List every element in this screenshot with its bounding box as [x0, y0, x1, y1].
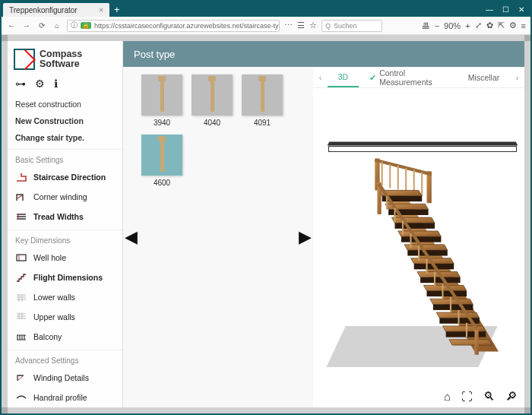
- zoomfit-icon[interactable]: ⤢: [475, 21, 482, 30]
- info-circle-icon[interactable]: ℹ: [54, 78, 58, 90]
- tread-icon: [15, 211, 27, 222]
- logo-text: Compass Software: [40, 49, 82, 69]
- reload-icon[interactable]: ⟳: [36, 21, 47, 30]
- maximize-icon[interactable]: ☐: [502, 5, 509, 14]
- star-icon[interactable]: ☆: [309, 21, 317, 30]
- forward-icon[interactable]: →: [21, 21, 32, 30]
- svg-marker-19: [443, 326, 486, 331]
- menu-icon[interactable]: ≡: [521, 21, 526, 30]
- zoom-level: 90%: [444, 21, 461, 30]
- svg-rect-23: [395, 223, 435, 228]
- tab-control-measurements[interactable]: ✔Control Measurements: [359, 67, 458, 87]
- balcony-icon: [15, 331, 27, 342]
- tab-3d[interactable]: 3D: [328, 67, 359, 87]
- close-window-icon[interactable]: ✕: [518, 5, 524, 14]
- post-thumb-3940[interactable]: 3940: [141, 74, 182, 127]
- sidebar-staircase-direction[interactable]: Staircase Direction: [8, 167, 122, 187]
- viewer-tabs: ‹ 3D ✔Control Measurements Miscellar ›: [313, 67, 524, 88]
- library-icon[interactable]: ✿: [486, 21, 493, 30]
- svg-rect-2: [427, 171, 432, 203]
- svg-rect-28: [427, 291, 467, 296]
- viewer-home-icon[interactable]: ⌂: [444, 390, 451, 403]
- viewer-zoom-out-icon[interactable]: 🔍︎: [483, 390, 495, 403]
- svg-marker-12: [398, 231, 442, 236]
- sidebar-corner-winding[interactable]: Corner winding: [8, 187, 122, 207]
- sidebar-flight-dimensions[interactable]: Flight Dimensions: [8, 268, 122, 287]
- flight-icon: [15, 272, 27, 283]
- handrail-icon: [15, 392, 27, 403]
- close-tab-icon[interactable]: ×: [99, 6, 103, 14]
- post-thumb-4600[interactable]: 4600: [141, 135, 182, 187]
- viewer: ‹ 3D ✔Control Measurements Miscellar ›: [313, 67, 524, 407]
- lock-icon: 🔒: [81, 22, 91, 29]
- sidebar-new-construction[interactable]: New Construction: [8, 112, 122, 129]
- logo-mark-icon: [14, 49, 35, 70]
- section-key: Key Dimensions: [8, 230, 122, 248]
- url-text: https://csstaircaseconfigurator.azureweb…: [94, 22, 280, 30]
- browser-toolbar: ← → ⟳ ⌂ ⓘ 🔒 https://csstaircaseconfigura…: [2, 17, 530, 35]
- fullscreen-icon[interactable]: ⇱: [498, 21, 505, 30]
- sidebar-upper-walls[interactable]: Upper walls: [8, 307, 122, 327]
- browser-search[interactable]: Q Suchen: [321, 20, 382, 32]
- section-basic: Basic Settings: [8, 149, 122, 167]
- viewer-fit-icon[interactable]: ⛶: [461, 390, 473, 403]
- sidebar: Compass Software ⊶ ⚙ ℹ Reset constructio…: [8, 41, 123, 407]
- settings-icon[interactable]: ⚙: [509, 21, 517, 30]
- browser-tab[interactable]: Treppenkonfigurator ×: [3, 3, 109, 17]
- new-tab-button[interactable]: +: [114, 4, 120, 15]
- key-icon[interactable]: ⊶: [15, 78, 26, 90]
- windingdetails-icon: [15, 372, 27, 383]
- direction-icon: [15, 172, 27, 182]
- svg-rect-29: [433, 305, 473, 310]
- picker-next-icon[interactable]: ▶: [299, 227, 312, 247]
- search-placeholder: Suchen: [334, 22, 357, 30]
- zoom-out-icon[interactable]: −: [435, 21, 439, 30]
- browser-titlebar: Treppenkonfigurator × + — ☐ ✕: [2, 2, 530, 17]
- back-icon[interactable]: ←: [6, 21, 17, 30]
- svg-rect-27: [420, 277, 461, 283]
- sidebar-lower-walls[interactable]: Lower walls: [8, 287, 122, 307]
- tabs-prev-icon[interactable]: ‹: [313, 73, 328, 82]
- post-thumb-4091[interactable]: 4091: [242, 74, 283, 127]
- picker-prev-icon[interactable]: ◀: [125, 227, 138, 247]
- sidebar-reset[interactable]: Reset construction: [8, 96, 122, 112]
- post-picker: ◀ ▶ 3940 4040 4091: [123, 67, 313, 407]
- svg-rect-24: [401, 236, 442, 242]
- tabs-next-icon[interactable]: ›: [510, 73, 524, 82]
- main: Post type ◀ ▶ 3940 4040: [123, 41, 524, 407]
- info-icon[interactable]: ⓘ: [71, 21, 78, 30]
- svg-marker-17: [430, 299, 473, 304]
- logo: Compass Software: [8, 41, 122, 74]
- check-icon: ✔: [369, 73, 376, 82]
- viewer-zoom-in-icon[interactable]: 🔎︎: [505, 390, 517, 403]
- page-title: Post type: [134, 49, 175, 60]
- lowerwalls-icon: [15, 292, 27, 303]
- svg-rect-0: [17, 255, 26, 261]
- sidebar-handrail-profile[interactable]: Handrail profile: [8, 388, 122, 407]
- viewer-toolbar: ⌂ ⛶ 🔍︎ 🔎︎: [444, 390, 517, 403]
- more-icon[interactable]: ⋯: [284, 21, 293, 30]
- sidebar-winding-details[interactable]: Winding Details: [8, 368, 122, 388]
- sidebar-change-type[interactable]: Change stair type.: [8, 129, 122, 146]
- svg-marker-11: [391, 217, 435, 223]
- sidebar-well-hole[interactable]: Well hole: [8, 248, 122, 268]
- gear-icon[interactable]: ⚙: [35, 78, 45, 90]
- zoom-in-icon[interactable]: +: [465, 21, 470, 30]
- section-advanced: Advanced Settings: [8, 350, 122, 368]
- address-bar[interactable]: ⓘ 🔒 https://csstaircaseconfigurator.azur…: [67, 20, 280, 32]
- home-icon[interactable]: ⌂: [52, 21, 62, 30]
- minimize-icon[interactable]: —: [486, 5, 493, 14]
- svg-marker-16: [423, 285, 467, 290]
- svg-marker-18: [436, 312, 480, 318]
- upperwalls-icon: [15, 312, 27, 322]
- wellhole-icon: [15, 252, 27, 263]
- reader-icon[interactable]: ☰: [297, 21, 305, 30]
- print-icon[interactable]: 🖶: [422, 21, 430, 30]
- sidebar-balcony[interactable]: Balcony: [8, 327, 122, 347]
- post-thumb-4040[interactable]: 4040: [192, 74, 233, 127]
- winding-icon: [15, 192, 27, 202]
- tab-miscellaneous[interactable]: Miscellar: [458, 67, 510, 87]
- viewer-canvas[interactable]: ⌂ ⛶ 🔍︎ 🔎︎: [313, 88, 524, 407]
- sidebar-tread-widths[interactable]: Tread Widths: [8, 207, 122, 227]
- tab-title: Treppenkonfigurator: [9, 6, 78, 14]
